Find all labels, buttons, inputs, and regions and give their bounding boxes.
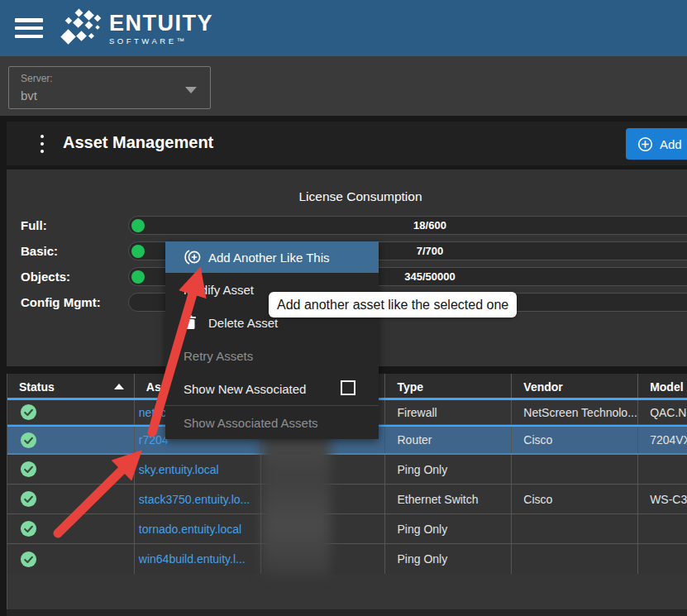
table-row[interactable]: tornado.entuity.localPing Only	[7, 514, 687, 544]
plus-circle-icon	[637, 136, 653, 152]
cell-model: WS-C375	[638, 485, 687, 513]
cell-status	[7, 455, 135, 484]
status-ok-icon	[20, 432, 37, 449]
add-another-icon	[184, 249, 202, 265]
cell-type: Firewall	[385, 400, 512, 424]
cell-asset: win64build.entuity.l...	[135, 544, 261, 574]
entuity-logo-icon	[60, 8, 103, 50]
tooltip: Add another asset like the selected one	[269, 292, 517, 318]
license-row-value: 18/600	[129, 219, 687, 232]
server-toolbar: Server: bvt	[0, 56, 687, 116]
cell-vendor: NetScreen Technolo...	[512, 400, 638, 424]
show-new-associated-checkbox[interactable]	[341, 380, 355, 395]
cell-status	[7, 514, 135, 543]
brand-subtitle: SOFTWARE™	[109, 36, 213, 45]
page-title: Asset Management	[63, 133, 213, 152]
server-select-label: Server:	[21, 73, 53, 84]
asset-management-screen: ENTUITY SOFTWARE™ Server: bvt Asset Mana…	[0, 0, 687, 616]
column-header-vendor[interactable]: Vendor	[512, 374, 638, 398]
cell-model	[638, 455, 687, 484]
cell-status	[7, 544, 135, 574]
license-row-label: Objects:	[21, 270, 70, 284]
entuity-logo: ENTUITY SOFTWARE™	[60, 8, 213, 50]
cell-vendor: Cisco	[512, 427, 638, 453]
column-header-status[interactable]: Status	[7, 374, 135, 398]
cell-status	[7, 400, 135, 424]
menu-item-add-another-like-this[interactable]: Add Another Like This	[165, 241, 379, 273]
add-button-label: Add	[660, 137, 682, 151]
cell-type: Router	[385, 427, 512, 453]
cell-model: 7204VXR	[638, 427, 687, 453]
column-header-model[interactable]: Model	[638, 374, 687, 398]
cell-type: Ethernet Switch	[385, 485, 512, 513]
context-menu: Add Another Like ThisModify Asset Delete…	[165, 241, 379, 439]
table-row[interactable]: win64build.entuity.l...Ping Only	[7, 544, 687, 574]
license-row-label: Config Mgmt:	[21, 295, 101, 309]
asset-name-link[interactable]: tornado.entuity.local	[139, 523, 241, 536]
license-row-label: Basic:	[21, 244, 58, 258]
cell-vendor: Cisco	[512, 485, 638, 513]
status-ok-icon	[20, 461, 37, 478]
cell-vendor	[512, 544, 638, 574]
sort-ascending-icon	[114, 384, 124, 389]
license-row-label: Full:	[21, 218, 47, 232]
server-select-value: bvt	[21, 88, 37, 103]
page-header-bar: Asset Management Add	[7, 122, 687, 165]
cell-status	[7, 485, 135, 513]
cell-type: Ping Only	[385, 544, 512, 574]
asset-name-link[interactable]: stack3750.entuity.lo...	[139, 493, 250, 506]
hamburger-menu-icon[interactable]	[15, 18, 43, 38]
asset-name-link[interactable]: win64build.entuity.l...	[139, 552, 246, 566]
server-select[interactable]: Server: bvt	[8, 66, 211, 109]
status-ok-icon	[20, 404, 37, 421]
trash-icon	[184, 315, 197, 330]
menu-item-show-associated-assets[interactable]: Show Associated Assets	[165, 406, 379, 439]
cell-vendor	[512, 455, 638, 484]
menu-item-retry-assets[interactable]: Retry Assets	[165, 339, 379, 372]
cell-asset: sky.entuity.local	[135, 455, 261, 484]
cell-vendor	[512, 514, 638, 543]
cell-status	[7, 427, 135, 453]
license-row: Full: 18/600	[7, 216, 687, 236]
table-row[interactable]: sky.entuity.localPing Only	[7, 455, 687, 485]
asset-name-link[interactable]: sky.entuity.local	[139, 463, 219, 476]
table-row[interactable]: stack3750.entuity.lo...Ethernet SwitchCi…	[7, 485, 687, 514]
menu-item-show-new-associated[interactable]: Show New Associated	[165, 372, 379, 405]
app-header: ENTUITY SOFTWARE™	[0, 0, 687, 56]
cell-asset: stack3750.entuity.lo...	[135, 485, 261, 513]
license-panel-title: License Consumption	[7, 189, 687, 204]
bottom-scrollbar-track[interactable]	[7, 609, 687, 616]
add-button[interactable]: Add	[626, 128, 687, 160]
status-ok-icon	[20, 520, 37, 537]
cell-model: QAC.NS	[638, 400, 687, 424]
asset-name-link[interactable]: r7204	[139, 433, 169, 446]
cell-model	[638, 514, 687, 543]
cell-model	[638, 544, 687, 574]
cell-asset: tornado.entuity.local	[135, 514, 261, 543]
cell-type: Ping Only	[385, 514, 512, 543]
chevron-down-icon	[185, 87, 197, 93]
license-progress-bar: 18/600	[128, 216, 687, 235]
status-ok-icon	[20, 551, 37, 568]
kebab-menu-icon[interactable]	[36, 135, 48, 153]
cell-type: Ping Only	[385, 455, 512, 484]
brand-name: ENTUITY	[109, 12, 213, 35]
column-header-type[interactable]: Type	[385, 374, 512, 398]
status-ok-icon	[20, 490, 37, 508]
